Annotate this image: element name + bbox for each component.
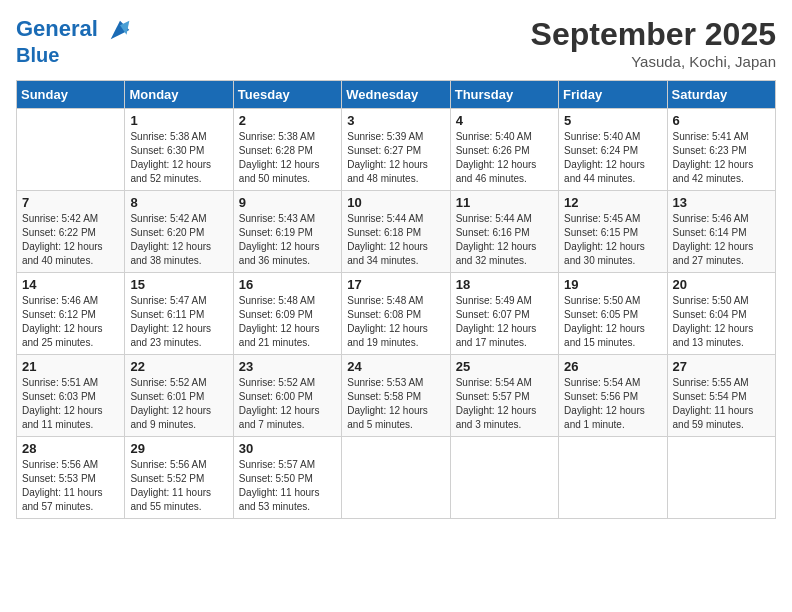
day-number: 10 xyxy=(347,195,444,210)
day-info: Sunrise: 5:53 AM Sunset: 5:58 PM Dayligh… xyxy=(347,376,444,432)
calendar-cell xyxy=(17,109,125,191)
calendar-cell xyxy=(667,437,775,519)
day-number: 27 xyxy=(673,359,770,374)
calendar-cell: 15Sunrise: 5:47 AM Sunset: 6:11 PM Dayli… xyxy=(125,273,233,355)
day-info: Sunrise: 5:47 AM Sunset: 6:11 PM Dayligh… xyxy=(130,294,227,350)
day-number: 7 xyxy=(22,195,119,210)
day-info: Sunrise: 5:54 AM Sunset: 5:56 PM Dayligh… xyxy=(564,376,661,432)
calendar-cell: 5Sunrise: 5:40 AM Sunset: 6:24 PM Daylig… xyxy=(559,109,667,191)
day-number: 18 xyxy=(456,277,553,292)
header-row: SundayMondayTuesdayWednesdayThursdayFrid… xyxy=(17,81,776,109)
week-row-3: 14Sunrise: 5:46 AM Sunset: 6:12 PM Dayli… xyxy=(17,273,776,355)
calendar-cell: 11Sunrise: 5:44 AM Sunset: 6:16 PM Dayli… xyxy=(450,191,558,273)
col-header-friday: Friday xyxy=(559,81,667,109)
day-number: 21 xyxy=(22,359,119,374)
day-number: 25 xyxy=(456,359,553,374)
calendar-table: SundayMondayTuesdayWednesdayThursdayFrid… xyxy=(16,80,776,519)
day-number: 14 xyxy=(22,277,119,292)
week-row-5: 28Sunrise: 5:56 AM Sunset: 5:53 PM Dayli… xyxy=(17,437,776,519)
day-info: Sunrise: 5:51 AM Sunset: 6:03 PM Dayligh… xyxy=(22,376,119,432)
day-number: 6 xyxy=(673,113,770,128)
calendar-cell: 25Sunrise: 5:54 AM Sunset: 5:57 PM Dayli… xyxy=(450,355,558,437)
calendar-cell: 6Sunrise: 5:41 AM Sunset: 6:23 PM Daylig… xyxy=(667,109,775,191)
day-info: Sunrise: 5:40 AM Sunset: 6:24 PM Dayligh… xyxy=(564,130,661,186)
day-info: Sunrise: 5:43 AM Sunset: 6:19 PM Dayligh… xyxy=(239,212,336,268)
calendar-cell: 28Sunrise: 5:56 AM Sunset: 5:53 PM Dayli… xyxy=(17,437,125,519)
col-header-tuesday: Tuesday xyxy=(233,81,341,109)
day-info: Sunrise: 5:50 AM Sunset: 6:05 PM Dayligh… xyxy=(564,294,661,350)
day-number: 24 xyxy=(347,359,444,374)
calendar-cell: 22Sunrise: 5:52 AM Sunset: 6:01 PM Dayli… xyxy=(125,355,233,437)
calendar-cell: 27Sunrise: 5:55 AM Sunset: 5:54 PM Dayli… xyxy=(667,355,775,437)
day-info: Sunrise: 5:49 AM Sunset: 6:07 PM Dayligh… xyxy=(456,294,553,350)
calendar-cell: 1Sunrise: 5:38 AM Sunset: 6:30 PM Daylig… xyxy=(125,109,233,191)
calendar-cell: 10Sunrise: 5:44 AM Sunset: 6:18 PM Dayli… xyxy=(342,191,450,273)
day-info: Sunrise: 5:56 AM Sunset: 5:52 PM Dayligh… xyxy=(130,458,227,514)
location: Yasuda, Kochi, Japan xyxy=(531,53,776,70)
day-info: Sunrise: 5:54 AM Sunset: 5:57 PM Dayligh… xyxy=(456,376,553,432)
col-header-thursday: Thursday xyxy=(450,81,558,109)
day-number: 30 xyxy=(239,441,336,456)
calendar-cell: 2Sunrise: 5:38 AM Sunset: 6:28 PM Daylig… xyxy=(233,109,341,191)
page-header: General Blue September 2025 Yasuda, Koch… xyxy=(16,16,776,70)
day-number: 13 xyxy=(673,195,770,210)
col-header-monday: Monday xyxy=(125,81,233,109)
month-title: September 2025 xyxy=(531,16,776,53)
calendar-cell: 26Sunrise: 5:54 AM Sunset: 5:56 PM Dayli… xyxy=(559,355,667,437)
day-info: Sunrise: 5:38 AM Sunset: 6:28 PM Dayligh… xyxy=(239,130,336,186)
calendar-cell: 24Sunrise: 5:53 AM Sunset: 5:58 PM Dayli… xyxy=(342,355,450,437)
calendar-cell: 12Sunrise: 5:45 AM Sunset: 6:15 PM Dayli… xyxy=(559,191,667,273)
calendar-cell: 21Sunrise: 5:51 AM Sunset: 6:03 PM Dayli… xyxy=(17,355,125,437)
calendar-cell xyxy=(559,437,667,519)
day-info: Sunrise: 5:46 AM Sunset: 6:14 PM Dayligh… xyxy=(673,212,770,268)
calendar-cell: 19Sunrise: 5:50 AM Sunset: 6:05 PM Dayli… xyxy=(559,273,667,355)
day-number: 3 xyxy=(347,113,444,128)
calendar-cell: 17Sunrise: 5:48 AM Sunset: 6:08 PM Dayli… xyxy=(342,273,450,355)
title-block: September 2025 Yasuda, Kochi, Japan xyxy=(531,16,776,70)
day-number: 2 xyxy=(239,113,336,128)
day-info: Sunrise: 5:38 AM Sunset: 6:30 PM Dayligh… xyxy=(130,130,227,186)
day-info: Sunrise: 5:45 AM Sunset: 6:15 PM Dayligh… xyxy=(564,212,661,268)
day-info: Sunrise: 5:57 AM Sunset: 5:50 PM Dayligh… xyxy=(239,458,336,514)
day-info: Sunrise: 5:56 AM Sunset: 5:53 PM Dayligh… xyxy=(22,458,119,514)
day-info: Sunrise: 5:42 AM Sunset: 6:22 PM Dayligh… xyxy=(22,212,119,268)
day-number: 26 xyxy=(564,359,661,374)
week-row-1: 1Sunrise: 5:38 AM Sunset: 6:30 PM Daylig… xyxy=(17,109,776,191)
day-info: Sunrise: 5:48 AM Sunset: 6:08 PM Dayligh… xyxy=(347,294,444,350)
day-number: 22 xyxy=(130,359,227,374)
day-info: Sunrise: 5:42 AM Sunset: 6:20 PM Dayligh… xyxy=(130,212,227,268)
calendar-cell xyxy=(450,437,558,519)
day-info: Sunrise: 5:41 AM Sunset: 6:23 PM Dayligh… xyxy=(673,130,770,186)
day-info: Sunrise: 5:44 AM Sunset: 6:18 PM Dayligh… xyxy=(347,212,444,268)
calendar-cell: 13Sunrise: 5:46 AM Sunset: 6:14 PM Dayli… xyxy=(667,191,775,273)
day-info: Sunrise: 5:46 AM Sunset: 6:12 PM Dayligh… xyxy=(22,294,119,350)
day-number: 17 xyxy=(347,277,444,292)
calendar-cell: 7Sunrise: 5:42 AM Sunset: 6:22 PM Daylig… xyxy=(17,191,125,273)
day-number: 29 xyxy=(130,441,227,456)
day-info: Sunrise: 5:40 AM Sunset: 6:26 PM Dayligh… xyxy=(456,130,553,186)
day-info: Sunrise: 5:52 AM Sunset: 6:01 PM Dayligh… xyxy=(130,376,227,432)
logo-text: General xyxy=(16,16,134,44)
calendar-cell: 30Sunrise: 5:57 AM Sunset: 5:50 PM Dayli… xyxy=(233,437,341,519)
day-number: 12 xyxy=(564,195,661,210)
day-info: Sunrise: 5:44 AM Sunset: 6:16 PM Dayligh… xyxy=(456,212,553,268)
calendar-cell xyxy=(342,437,450,519)
day-number: 1 xyxy=(130,113,227,128)
day-number: 19 xyxy=(564,277,661,292)
day-info: Sunrise: 5:55 AM Sunset: 5:54 PM Dayligh… xyxy=(673,376,770,432)
day-number: 9 xyxy=(239,195,336,210)
col-header-saturday: Saturday xyxy=(667,81,775,109)
calendar-cell: 23Sunrise: 5:52 AM Sunset: 6:00 PM Dayli… xyxy=(233,355,341,437)
calendar-cell: 4Sunrise: 5:40 AM Sunset: 6:26 PM Daylig… xyxy=(450,109,558,191)
day-number: 16 xyxy=(239,277,336,292)
week-row-4: 21Sunrise: 5:51 AM Sunset: 6:03 PM Dayli… xyxy=(17,355,776,437)
day-info: Sunrise: 5:39 AM Sunset: 6:27 PM Dayligh… xyxy=(347,130,444,186)
day-number: 4 xyxy=(456,113,553,128)
col-header-wednesday: Wednesday xyxy=(342,81,450,109)
day-number: 5 xyxy=(564,113,661,128)
calendar-cell: 18Sunrise: 5:49 AM Sunset: 6:07 PM Dayli… xyxy=(450,273,558,355)
calendar-cell: 3Sunrise: 5:39 AM Sunset: 6:27 PM Daylig… xyxy=(342,109,450,191)
logo-blue: Blue xyxy=(16,44,134,66)
calendar-cell: 14Sunrise: 5:46 AM Sunset: 6:12 PM Dayli… xyxy=(17,273,125,355)
day-info: Sunrise: 5:48 AM Sunset: 6:09 PM Dayligh… xyxy=(239,294,336,350)
